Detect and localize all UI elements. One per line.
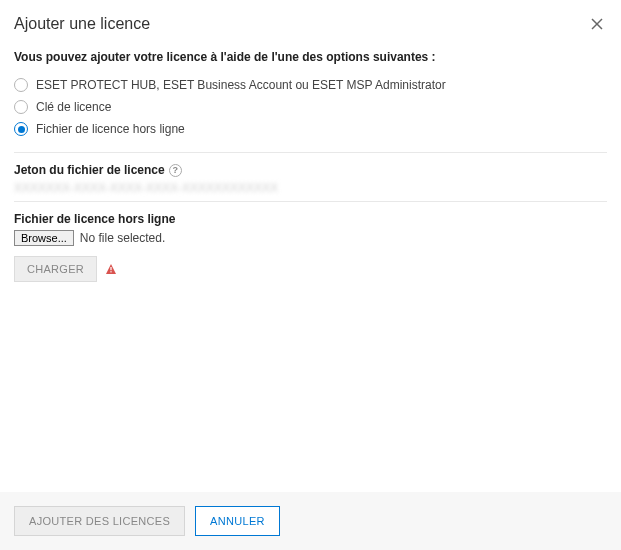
dialog-header: Ajouter une licence — [0, 0, 621, 44]
radio-option-hub[interactable]: ESET PROTECT HUB, ESET Business Account … — [14, 74, 607, 96]
file-picker-row: Browse... No file selected. — [14, 230, 607, 246]
radio-icon — [14, 100, 28, 114]
close-icon — [591, 18, 603, 30]
license-source-radio-group: ESET PROTECT HUB, ESET Business Account … — [14, 74, 607, 140]
radio-option-offline-file[interactable]: Fichier de licence hors ligne — [14, 118, 607, 140]
section-divider — [14, 152, 607, 153]
radio-label: ESET PROTECT HUB, ESET Business Account … — [36, 78, 446, 92]
warning-icon — [105, 263, 117, 275]
upload-button[interactable]: CHARGER — [14, 256, 97, 282]
radio-label: Fichier de licence hors ligne — [36, 122, 185, 136]
intro-text: Vous pouvez ajouter votre licence à l'ai… — [14, 50, 607, 64]
close-button[interactable] — [587, 14, 607, 34]
file-section-label: Fichier de licence hors ligne — [14, 212, 607, 226]
dialog-content: Vous pouvez ajouter votre licence à l'ai… — [0, 44, 621, 492]
help-icon[interactable]: ? — [169, 164, 182, 177]
token-label-text: Jeton du fichier de licence — [14, 163, 165, 177]
browse-button[interactable]: Browse... — [14, 230, 74, 246]
radio-icon — [14, 78, 28, 92]
svg-rect-3 — [111, 271, 112, 272]
footer-spacer — [290, 506, 607, 536]
file-status-text: No file selected. — [80, 231, 165, 245]
token-value: XXXXXXX-XXXX-XXXX-XXXX-XXXXXXXXXXXX — [14, 181, 607, 195]
radio-option-key[interactable]: Clé de licence — [14, 96, 607, 118]
add-licenses-button[interactable]: AJOUTER DES LICENCES — [14, 506, 185, 536]
dialog-footer: AJOUTER DES LICENCES ANNULER — [0, 492, 621, 550]
add-license-dialog: Ajouter une licence Vous pouvez ajouter … — [0, 0, 621, 550]
section-divider — [14, 201, 607, 202]
radio-icon — [14, 122, 28, 136]
dialog-title: Ajouter une licence — [14, 15, 587, 33]
token-section-label: Jeton du fichier de licence ? — [14, 163, 607, 177]
radio-label: Clé de licence — [36, 100, 111, 114]
file-label-text: Fichier de licence hors ligne — [14, 212, 175, 226]
upload-row: CHARGER — [14, 256, 607, 282]
svg-rect-2 — [111, 267, 112, 270]
cancel-button[interactable]: ANNULER — [195, 506, 280, 536]
